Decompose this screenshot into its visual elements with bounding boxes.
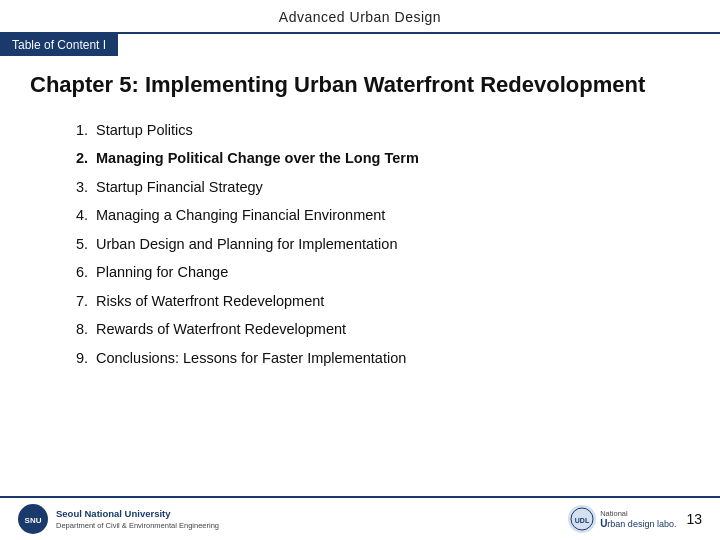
bottom-bar: SNU Seoul National University Department… <box>0 496 720 540</box>
list-item-text: Managing a Changing Financial Environmen… <box>96 204 690 226</box>
list-item: 4.Managing a Changing Financial Environm… <box>60 201 690 229</box>
list-item: 3.Startup Financial Strategy <box>60 173 690 201</box>
page-number: 13 <box>686 511 702 527</box>
snu-logo-circle: SNU <box>18 504 48 534</box>
bottom-right: UDL National Urban design labo. 13 <box>568 505 702 533</box>
svg-text:UDL: UDL <box>575 517 590 524</box>
list-item: 8.Rewards of Waterfront Redevelopment <box>60 315 690 343</box>
list-item-number: 8. <box>60 318 88 340</box>
list-item-text: Managing Political Change over the Long … <box>96 147 690 169</box>
university-name: Seoul National University <box>56 508 219 520</box>
list-item: 5.Urban Design and Planning for Implemen… <box>60 230 690 258</box>
list-item-text: Urban Design and Planning for Implementa… <box>96 233 690 255</box>
list-item: 7.Risks of Waterfront Redevelopment <box>60 287 690 315</box>
toc-label: Table of Content I <box>0 34 118 56</box>
slide-title: Advanced Urban Design <box>279 9 441 25</box>
list-item: 6.Planning for Change <box>60 258 690 286</box>
udl-national: National <box>600 509 676 518</box>
list-item: 9.Conclusions: Lessons for Faster Implem… <box>60 344 690 372</box>
udl-university: Urban design labo. <box>600 518 676 529</box>
udl-text: National Urban design labo. <box>600 509 676 529</box>
list-item: 1.Startup Politics <box>60 116 690 144</box>
snu-text: Seoul National University Department of … <box>56 508 219 529</box>
list-item-number: 1. <box>60 119 88 141</box>
toc-bar-wrapper: Table of Content I <box>0 34 720 56</box>
list-item-text: Conclusions: Lessons for Faster Implemen… <box>96 347 690 369</box>
top-title-bar: Advanced Urban Design <box>0 0 720 34</box>
slide-container: Advanced Urban Design Table of Content I… <box>0 0 720 540</box>
list-item-text: Rewards of Waterfront Redevelopment <box>96 318 690 340</box>
list-item-text: Startup Financial Strategy <box>96 176 690 198</box>
svg-text:SNU: SNU <box>25 516 42 525</box>
content-list: 1.Startup Politics2.Managing Political C… <box>0 108 720 372</box>
list-item-text: Startup Politics <box>96 119 690 141</box>
list-item-number: 6. <box>60 261 88 283</box>
list-item-text: Planning for Change <box>96 261 690 283</box>
list-item-number: 7. <box>60 290 88 312</box>
list-item-number: 9. <box>60 347 88 369</box>
list-item-number: 2. <box>60 147 88 169</box>
university-dept: Department of Civil & Environmental Engi… <box>56 521 219 530</box>
list-item-number: 4. <box>60 204 88 226</box>
chapter-heading: Chapter 5: Implementing Urban Waterfront… <box>0 56 720 108</box>
bottom-left: SNU Seoul National University Department… <box>18 504 219 534</box>
list-item-number: 3. <box>60 176 88 198</box>
list-item-number: 5. <box>60 233 88 255</box>
udl-logo-circle: UDL <box>568 505 596 533</box>
list-item-text: Risks of Waterfront Redevelopment <box>96 290 690 312</box>
list-item: 2.Managing Political Change over the Lon… <box>60 144 690 172</box>
udl-logo-box: UDL National Urban design labo. <box>568 505 676 533</box>
